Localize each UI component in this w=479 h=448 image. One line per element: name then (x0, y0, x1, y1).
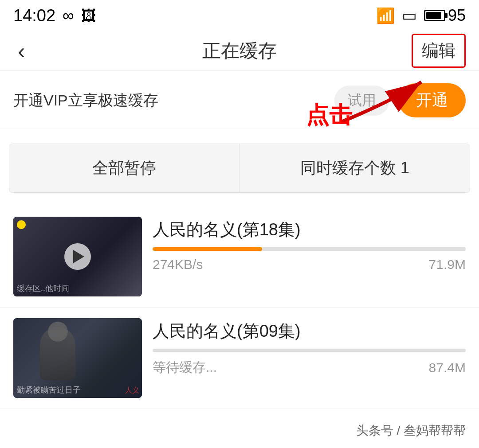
video-meta-2: 等待缓存... 87.4M (153, 358, 466, 377)
video-info-2: 人民的名义(第09集) 等待缓存... 87.4M (153, 318, 466, 377)
thumb-text-1: 缓存区..他时间 (17, 283, 69, 294)
screen-icon: ▭ (402, 6, 417, 25)
video-size-1: 71.9M (429, 257, 466, 272)
concurrent-info: 同时缓存个数 1 (240, 144, 470, 192)
progress-bar-1 (153, 247, 466, 251)
activate-button[interactable]: 开通 (398, 83, 466, 117)
video-item-1: 缓存区..他时间 人民的名义(第18集) 274KB/s 71.9M (0, 206, 479, 308)
watermark: 头条号 / 叁妈帮帮帮 (356, 422, 466, 439)
video-list: 缓存区..他时间 人民的名义(第18集) 274KB/s 71.9M 勤紧被瞒苦… (0, 206, 479, 409)
video-thumb-1[interactable]: 缓存区..他时间 (13, 217, 142, 296)
wifi-icon: 📶 (376, 7, 395, 24)
video-speed-2: 等待缓存... (153, 358, 217, 377)
thumb-text-2: 勤紧被瞒苦过日子 (17, 385, 81, 395)
status-right: 📶 ▭ 95 (376, 6, 466, 25)
battery-level: 95 (448, 6, 466, 25)
infinite-icon: ∞ (63, 6, 74, 25)
progress-fill-1 (153, 247, 262, 251)
video-speed-1: 274KB/s (153, 257, 203, 272)
page-title: 正在缓存 (202, 39, 277, 63)
video-info-1: 人民的名义(第18集) 274KB/s 71.9M (153, 217, 466, 272)
thumb-watermark-2: 人义 (125, 386, 139, 395)
play-triangle-icon (73, 250, 84, 263)
image-icon: 🖼 (81, 7, 96, 24)
time-display: 14:02 (13, 6, 55, 25)
edit-button[interactable]: 编辑 (412, 34, 466, 68)
vip-banner: 开通VIP立享极速缓存 试用 开通 (0, 71, 479, 130)
yellow-dot-1 (17, 220, 26, 229)
play-button-1[interactable] (64, 243, 91, 270)
trial-button[interactable]: 试用 (334, 86, 389, 116)
video-title-1: 人民的名义(第18集) (153, 218, 466, 241)
progress-bar-2 (153, 349, 466, 352)
video-item-2: 勤紧被瞒苦过日子 人义 人民的名义(第09集) 等待缓存... 87.4M (0, 308, 479, 409)
battery-indicator: 95 (424, 6, 466, 25)
status-left: 14:02 ∞ 🖼 (13, 6, 96, 25)
battery-fill (426, 12, 441, 19)
video-meta-1: 274KB/s 71.9M (153, 257, 466, 272)
video-title-2: 人民的名义(第09集) (153, 320, 466, 343)
battery-box (424, 10, 445, 21)
video-size-2: 87.4M (429, 360, 466, 375)
video-thumb-2[interactable]: 勤紧被瞒苦过日子 人义 (13, 318, 142, 398)
person-head (48, 322, 68, 342)
back-button[interactable]: ‹ (13, 34, 30, 68)
top-nav: ‹ 正在缓存 编辑 (0, 31, 479, 71)
vip-banner-text: 开通VIP立享极速缓存 (13, 90, 158, 111)
vip-actions: 试用 开通 (334, 83, 466, 117)
pause-all-button[interactable]: 全部暂停 (9, 144, 240, 192)
action-row: 全部暂停 同时缓存个数 1 (9, 144, 470, 193)
status-bar: 14:02 ∞ 🖼 📶 ▭ 95 (0, 0, 479, 31)
